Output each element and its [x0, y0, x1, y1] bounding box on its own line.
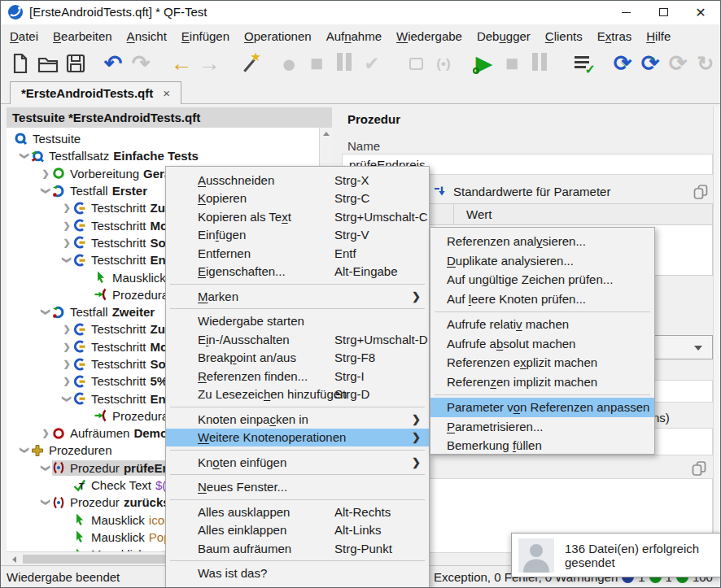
runlog-button[interactable]: ✓ — [570, 49, 597, 78]
menubar-item-operationen[interactable]: Operationen — [237, 27, 319, 46]
notification-popup[interactable]: 136 Datei(en) erfolgreich gesendet — [511, 533, 721, 577]
menubar-item-bearbeiten[interactable]: Bearbeiten — [46, 27, 120, 46]
context-menu-item-ausschneiden[interactable]: AusschneidenStrg-X — [166, 171, 429, 189]
submenu-item-referenzen-implizit-machen[interactable]: Referenzen implizit machen — [430, 372, 654, 392]
context-menu-item-neues-fenster[interactable]: Neues Fenster... — [166, 478, 429, 497]
submenu-arrow-icon: ❯ — [412, 456, 421, 468]
submenu-item-bemerkung-f-llen[interactable]: Bemerkung füllen — [430, 436, 654, 455]
context-menu-item-knoten-einpacken-in[interactable]: Knoten einpacken in❯ — [166, 410, 429, 429]
save-button[interactable] — [62, 49, 90, 78]
menubar-item-debugger[interactable]: Debugger — [470, 27, 538, 46]
context-menu-item-kopieren[interactable]: KopierenStrg-C — [166, 189, 429, 208]
close-button[interactable]: ✕ — [682, 0, 719, 24]
collapse-icon[interactable]: ❯ — [62, 392, 72, 405]
context-menu-item-referenzen-finden[interactable]: Referenzen finden...Strg-I — [166, 367, 429, 385]
expand-icon[interactable]: ❯ — [60, 359, 73, 369]
menubar-item-datei[interactable]: Datei — [2, 27, 46, 46]
context-menu-item-wiedergabe-starten[interactable]: Wiedergabe starten — [166, 312, 429, 331]
context-menu-item-kopieren-als-text[interactable]: Kopieren als TextStrg+Umschalt-C — [166, 207, 429, 226]
collapse-icon[interactable]: ❯ — [41, 461, 51, 474]
open-file-button[interactable] — [34, 49, 62, 78]
new-file-button[interactable] — [7, 49, 34, 78]
context-menu-item-ein-ausschalten[interactable]: Ein-/AusschaltenStrg+Umschalt-D — [166, 330, 429, 349]
expand-icon[interactable]: ❯ — [60, 237, 73, 248]
submenu-item-auf-ung-ltige-zeichen-pr-fen[interactable]: Auf ungültige Zeichen prüfen... — [430, 270, 654, 290]
record-pause-button[interactable] — [330, 49, 358, 78]
menu-item-label: Entfernen — [198, 246, 251, 260]
forward-node-button[interactable]: → — [195, 49, 223, 78]
replay-button[interactable]: ▶ — [470, 49, 498, 78]
retry2-disabled-button[interactable]: ↻ — [692, 49, 719, 78]
detail-panel-scrollbar[interactable] — [713, 107, 721, 565]
expand-icon[interactable]: ❯ — [60, 220, 73, 231]
window-capture-button[interactable] — [402, 49, 430, 78]
context-menu-item-alles-ausklappen[interactable]: Alles ausklappenAlt-Rechts — [166, 503, 429, 521]
collapse-icon[interactable]: ❯ — [41, 306, 51, 319]
tab-erste-android-tests[interactable]: *ErsteAndroidTests.qft × — [10, 81, 181, 104]
context-menu-item-eigenschaften[interactable]: Eigenschaften...Alt-Eingabe — [166, 263, 429, 281]
menubar-item-aufnahme[interactable]: Aufnahme — [319, 27, 389, 46]
submenu-item-aufrufe-relativ-machen[interactable]: Aufrufe relativ machen — [430, 315, 654, 334]
context-menu-item-marken[interactable]: Marken❯ — [166, 287, 429, 306]
context-menu-item-alles-einklappen[interactable]: Alles einklappenAlt-Links — [166, 521, 429, 540]
minimize-button[interactable] — [607, 0, 645, 24]
expand-icon[interactable]: ❯ — [60, 376, 73, 386]
rerun-blue-button[interactable]: ⟳→ — [609, 49, 636, 78]
collapse-icon[interactable]: ❯ — [20, 150, 30, 163]
collapse-icon[interactable]: ❯ — [20, 444, 30, 457]
submenu-item-duplikate-analysieren[interactable]: Duplikate analysieren... — [430, 251, 654, 271]
collapse-icon[interactable]: ❯ — [41, 496, 51, 509]
menubar-item-wiedergabe[interactable]: Wiedergabe — [389, 27, 470, 46]
expand-icon[interactable]: ❯ — [60, 324, 73, 334]
copy-table-icon[interactable] — [693, 184, 709, 200]
submenu-item-referenzen-analysieren[interactable]: Referenzen analysieren... — [430, 232, 654, 251]
submenu-item-referenzen-explizit-machen[interactable]: Referenzen explizit machen — [430, 353, 654, 372]
expand-icon[interactable]: ❯ — [60, 203, 73, 213]
copy-comment-icon[interactable] — [691, 460, 707, 477]
retry-disabled-button[interactable]: ⟳ — [664, 49, 692, 78]
tab-close-icon[interactable]: × — [163, 86, 170, 100]
collapse-icon[interactable]: ❯ — [62, 254, 72, 267]
import-parameters-icon[interactable] — [434, 185, 448, 198]
back-node-button[interactable]: ← — [168, 49, 195, 78]
record-stop-button[interactable]: ■ — [303, 49, 330, 78]
record-accept-button[interactable]: ✔ — [358, 49, 386, 78]
scroll-left-button[interactable] — [8, 555, 20, 564]
context-menu-item-zu-lesezeichen-hinzuf-gen[interactable]: Zu Lesezeichen hinzufügenStrg-D — [166, 385, 429, 404]
scroll-left-icon — [12, 556, 16, 563]
menubar-item-extras[interactable]: Extras — [590, 27, 640, 46]
replay-stop-button[interactable]: ■ — [498, 49, 526, 78]
undo-button[interactable]: ↶ — [99, 49, 127, 78]
expand-icon[interactable]: ❯ — [60, 342, 73, 352]
submenu-item-aufrufe-absolut-machen[interactable]: Aufrufe absolut machen — [430, 334, 654, 354]
record-button[interactable]: ● — [275, 49, 303, 78]
expand-icon[interactable]: ❯ — [39, 428, 52, 438]
context-menu-item-entfernen[interactable]: EntfernenEntf — [166, 244, 429, 263]
tree-row-testsuite[interactable]: Testsuite — [7, 130, 319, 147]
menubar-item-einf-gen[interactable]: Einfügen — [174, 27, 237, 46]
menubar-item-hilfe[interactable]: Hilfe — [639, 27, 678, 46]
component-record-button[interactable]: (•) — [430, 49, 457, 78]
context-menu-item-breakpoint-an-aus[interactable]: Breakpoint an/ausStrg-F8 — [166, 349, 429, 368]
maximize-button[interactable] — [645, 0, 682, 24]
mouseclick-icon — [73, 530, 87, 543]
menubar-item-clients[interactable]: Clients — [538, 27, 590, 46]
tree-row-testfallsatz-einfache-tests[interactable]: ❯TestfallsatzEinfache Tests — [7, 147, 319, 164]
context-menu-separator — [170, 407, 425, 407]
submenu-item-parameter-von-referenzen-anpassen[interactable]: Parameter von Referenzen anpassen — [430, 398, 654, 417]
context-menu-item-was-ist-das[interactable]: Was ist das? — [166, 564, 429, 583]
context-menu-item-knoten-einf-gen[interactable]: Knoten einfügen❯ — [166, 453, 429, 472]
redo-button[interactable]: ↷ — [127, 49, 155, 78]
menubar-item-ansicht[interactable]: Ansicht — [120, 27, 174, 46]
context-menu-item-weitere-knotenoperationen[interactable]: Weitere Knotenoperationen❯ — [166, 429, 429, 447]
replay-pause-button[interactable] — [526, 49, 553, 78]
submenu-item-auf-leere-knoten-pr-fen[interactable]: Auf leere Knoten prüfen... — [430, 290, 654, 309]
context-menu-item-baum-aufr-umen[interactable]: Baum aufräumenStrg-Punkt — [166, 539, 429, 558]
record-insert-button[interactable]: ★ — [236, 49, 264, 78]
context-menu-item-einf-gen[interactable]: EinfügenStrg-V — [166, 226, 429, 245]
collapse-icon[interactable]: ❯ — [41, 185, 51, 198]
submenu-item-parametrisieren[interactable]: Parametrisieren... — [430, 417, 654, 437]
rerun-green-button[interactable]: ⟳→ — [636, 49, 664, 78]
scroll-up-icon[interactable] — [323, 132, 330, 136]
expand-icon[interactable]: ❯ — [39, 168, 52, 179]
